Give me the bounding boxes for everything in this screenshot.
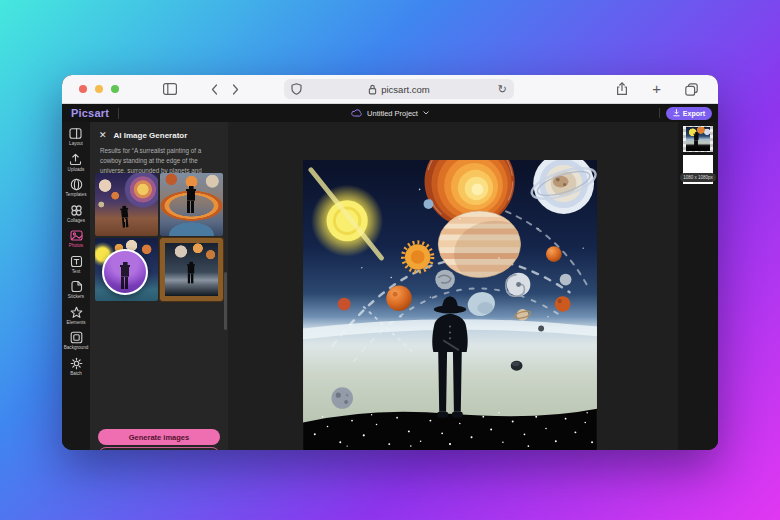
background-icon bbox=[70, 331, 83, 344]
project-name: Untitled Project bbox=[367, 109, 418, 118]
text-icon bbox=[70, 255, 83, 268]
sidebar-item-layout[interactable]: Layout bbox=[69, 127, 83, 146]
tool-sidebar: Layout Uploads Templates Collages Photos… bbox=[62, 122, 90, 450]
sidebar-item-uploads[interactable]: Uploads bbox=[68, 153, 85, 172]
download-icon bbox=[673, 109, 680, 117]
export-label: Export bbox=[683, 110, 705, 117]
selected-image-avatar[interactable] bbox=[102, 249, 148, 295]
templates-icon bbox=[70, 178, 83, 191]
panel-title: AI Image Generator bbox=[114, 131, 188, 140]
cowboy-figure bbox=[693, 132, 700, 147]
minimize-window-button[interactable] bbox=[95, 85, 103, 93]
browser-sidebar-icon[interactable] bbox=[163, 83, 177, 95]
layer-preview-image bbox=[686, 127, 710, 151]
generated-image-thumb-1[interactable] bbox=[95, 173, 158, 236]
upload-icon bbox=[69, 153, 82, 166]
url-text: picsart.com bbox=[381, 84, 430, 95]
canvas-size-badge: 1080 x 1080px bbox=[680, 173, 716, 182]
stickers-icon bbox=[70, 280, 83, 293]
cowboy-figure bbox=[119, 262, 131, 290]
sidebar-item-stickers[interactable]: Stickers bbox=[68, 280, 84, 299]
project-title-menu[interactable]: Untitled Project bbox=[351, 109, 429, 118]
ai-image-generator-panel: ✕ AI Image Generator Results for “A surr… bbox=[90, 122, 228, 450]
app-header: Picsart Untitled Project Export bbox=[62, 104, 718, 122]
export-button[interactable]: Export bbox=[666, 107, 712, 120]
sidebar-item-elements[interactable]: Elements bbox=[66, 306, 85, 325]
address-bar[interactable]: picsart.com ↻ bbox=[284, 79, 514, 99]
chevron-down-icon bbox=[423, 111, 429, 115]
close-window-button[interactable] bbox=[79, 85, 87, 93]
header-divider bbox=[118, 108, 119, 119]
panel-scrollbar[interactable] bbox=[224, 272, 227, 330]
cowboy-universe-artwork bbox=[303, 160, 597, 450]
sidebar-item-batch[interactable]: Batch bbox=[70, 357, 83, 376]
picsart-app: Picsart Untitled Project Export Layout U… bbox=[62, 104, 718, 450]
header-divider bbox=[659, 108, 660, 118]
cowboy-figure bbox=[186, 262, 196, 284]
lock-icon bbox=[368, 84, 377, 95]
selected-layer-thumbnail[interactable] bbox=[683, 126, 713, 152]
cowboy-figure bbox=[185, 186, 197, 214]
browser-toolbar: picsart.com ↻ + bbox=[62, 75, 718, 104]
layers-panel: 1080 x 1080px bbox=[678, 122, 718, 450]
zoom-window-button[interactable] bbox=[111, 85, 119, 93]
layout-icon bbox=[69, 127, 82, 140]
sidebar-item-templates[interactable]: Templates bbox=[66, 178, 87, 197]
batch-icon bbox=[70, 357, 83, 370]
traffic-lights bbox=[79, 85, 119, 93]
tab-overview-icon[interactable] bbox=[685, 83, 698, 96]
new-tab-icon[interactable]: + bbox=[652, 81, 661, 96]
reload-icon[interactable]: ↻ bbox=[498, 84, 507, 95]
forward-icon[interactable] bbox=[232, 84, 239, 95]
sidebar-item-photos[interactable]: Photos bbox=[69, 229, 83, 248]
close-icon[interactable]: ✕ bbox=[99, 131, 107, 140]
collages-icon bbox=[70, 204, 83, 217]
share-icon[interactable] bbox=[616, 82, 628, 96]
sidebar-item-text[interactable]: Text bbox=[70, 255, 83, 274]
cowboy-figure bbox=[119, 205, 131, 228]
sidebar-item-background[interactable]: Background bbox=[64, 331, 89, 350]
star-icon bbox=[70, 306, 83, 319]
cloud-sync-icon bbox=[351, 109, 362, 117]
photos-icon bbox=[70, 229, 83, 242]
secondary-action-button[interactable] bbox=[98, 447, 220, 450]
generated-image-thumb-2[interactable] bbox=[160, 173, 223, 236]
sidebar-item-collages[interactable]: Collages bbox=[67, 204, 85, 223]
picsart-logo[interactable]: Picsart bbox=[71, 107, 109, 119]
browser-window: picsart.com ↻ + Picsart Untitled Project bbox=[62, 75, 718, 450]
generated-image-thumb-4[interactable] bbox=[160, 238, 223, 301]
canvas-image[interactable] bbox=[303, 160, 597, 450]
back-icon[interactable] bbox=[211, 84, 218, 95]
generate-images-button[interactable]: Generate images bbox=[98, 429, 220, 445]
